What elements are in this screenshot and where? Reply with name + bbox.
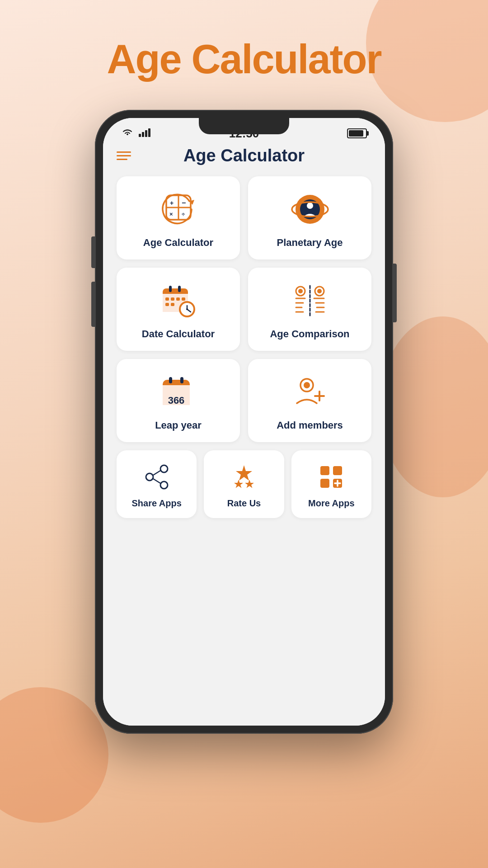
menu-line-3 [117, 159, 127, 160]
svg-rect-28 [171, 303, 174, 306]
addmembers-icon [290, 372, 330, 412]
svg-text:+: + [170, 199, 174, 207]
age-calculator-label: Age Calculator [143, 237, 213, 249]
svg-text:÷: ÷ [182, 211, 185, 217]
comparison-icon [290, 280, 330, 321]
svg-point-35 [298, 289, 303, 293]
app-header: Age Calculator [103, 145, 385, 167]
grid-row-3: 366 Leap year [117, 359, 371, 442]
svg-rect-27 [165, 303, 169, 306]
planetary-age-label: Planetary Age [277, 237, 343, 249]
svg-rect-52 [180, 377, 183, 383]
battery-fill [349, 130, 363, 137]
svg-text:366: 366 [168, 395, 184, 406]
svg-rect-1 [142, 132, 144, 137]
age-comparison-label: Age Comparison [270, 328, 349, 340]
rate-us-card[interactable]: Rate Us [204, 450, 284, 518]
leapyear-icon: 366 [158, 372, 199, 412]
svg-point-59 [160, 481, 168, 489]
add-members-label: Add members [277, 420, 343, 431]
bg-decoration-top [366, 0, 488, 122]
date-calculator-card[interactable]: Date Calculator [117, 268, 240, 351]
svg-point-33 [186, 308, 188, 310]
phone-btn-power [393, 264, 397, 322]
svg-rect-21 [169, 286, 172, 292]
share-apps-card[interactable]: Share Apps [117, 450, 197, 518]
grid-row-1: + − × ÷ Age Calculator [117, 176, 371, 259]
calculator-icon: + − × ÷ [158, 189, 199, 230]
wifi-icon [121, 128, 134, 139]
svg-line-61 [153, 471, 160, 475]
share-icon [141, 461, 173, 493]
phone-btn-vol-up [91, 236, 95, 268]
signal-icon [138, 128, 151, 139]
more-apps-label: More Apps [308, 498, 355, 509]
app-title: Age Calculator [107, 36, 381, 83]
phone-notch [199, 118, 289, 134]
screen-title: Age Calculator [183, 146, 305, 165]
bg-decoration-mid [380, 316, 488, 497]
menu-line-2 [117, 155, 131, 156]
share-apps-label: Share Apps [131, 498, 181, 509]
svg-point-55 [304, 382, 310, 388]
svg-rect-23 [165, 297, 169, 301]
phone-btn-vol-down [91, 282, 95, 327]
more-apps-card[interactable]: More Apps [291, 450, 371, 518]
svg-marker-65 [245, 480, 254, 488]
rate-us-label: Rate Us [227, 498, 261, 509]
menu-line-1 [117, 151, 131, 153]
battery-icon [347, 128, 367, 138]
svg-rect-51 [169, 377, 172, 383]
svg-marker-63 [236, 465, 252, 481]
svg-rect-66 [320, 466, 329, 475]
menu-button[interactable] [117, 151, 131, 160]
svg-point-42 [317, 289, 322, 293]
date-calculator-label: Date Calculator [142, 328, 215, 340]
phone-frame: 12:50 Age Calculator [95, 110, 393, 734]
phone-screen: 12:50 Age Calculator [103, 118, 385, 726]
age-comparison-card[interactable]: Age Comparison [248, 268, 371, 351]
bg-decoration-bottom [0, 687, 108, 823]
svg-rect-25 [176, 297, 180, 301]
age-calculator-card[interactable]: + − × ÷ Age Calculator [117, 176, 240, 259]
svg-rect-26 [182, 297, 185, 301]
svg-rect-22 [178, 286, 181, 292]
svg-marker-64 [234, 480, 243, 488]
star-icon [228, 461, 260, 493]
svg-rect-0 [139, 134, 141, 137]
svg-rect-24 [171, 297, 174, 301]
svg-rect-67 [333, 466, 342, 475]
grid-row-2: Date Calculator [117, 268, 371, 351]
svg-point-58 [160, 465, 168, 472]
status-left [121, 128, 151, 139]
status-right [347, 128, 367, 138]
svg-point-60 [146, 473, 153, 481]
leap-year-label: Leap year [155, 420, 202, 431]
planet-icon [290, 189, 330, 230]
svg-text:×: × [169, 211, 173, 217]
moreapps-icon [315, 461, 347, 493]
leap-year-card[interactable]: 366 Leap year [117, 359, 240, 442]
svg-rect-68 [320, 479, 329, 488]
svg-line-62 [153, 479, 160, 483]
svg-point-14 [307, 203, 313, 209]
date-icon [158, 280, 199, 321]
svg-rect-50 [163, 385, 190, 395]
planetary-age-card[interactable]: Planetary Age [248, 176, 371, 259]
add-members-card[interactable]: Add members [248, 359, 371, 442]
content-area: + − × ÷ Age Calculator [103, 167, 385, 726]
svg-text:−: − [182, 199, 186, 207]
svg-rect-2 [145, 130, 147, 137]
svg-rect-3 [148, 128, 150, 137]
grid-row-4: Share Apps Rate Us [117, 450, 371, 518]
